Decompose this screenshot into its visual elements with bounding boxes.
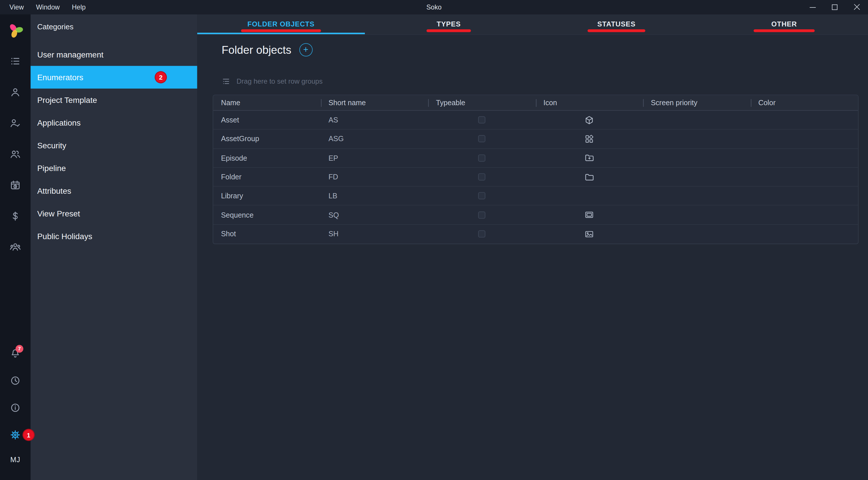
notifications-button[interactable]: 7 bbox=[0, 340, 30, 367]
list-icon bbox=[9, 55, 21, 67]
cell-short-name: ASG bbox=[320, 130, 428, 148]
folder-icon bbox=[584, 172, 594, 182]
tab-other[interactable]: OTHER bbox=[701, 14, 868, 34]
rail-item-lists[interactable] bbox=[0, 45, 30, 76]
row-group-hint: Drag here to set row groups bbox=[237, 77, 322, 85]
annotation-underline bbox=[241, 29, 321, 32]
typeable-checkbox[interactable] bbox=[478, 117, 486, 124]
sidebar-item-public-holidays[interactable]: Public Holidays bbox=[30, 225, 197, 248]
sidebar-item-label: Pipeline bbox=[37, 164, 66, 172]
sidebar-item-label: View Preset bbox=[37, 209, 80, 218]
typeable-checkbox[interactable] bbox=[478, 135, 486, 142]
tab-label: OTHER bbox=[771, 21, 797, 28]
cell-color bbox=[750, 111, 858, 129]
table-row[interactable]: Asset AS bbox=[213, 111, 858, 130]
cell-screen-priority bbox=[643, 149, 751, 167]
column-header-color[interactable]: Color bbox=[750, 95, 858, 110]
sidebar-item-view-preset[interactable]: View Preset bbox=[30, 202, 197, 225]
minimize-icon bbox=[809, 7, 815, 7]
typeable-checkbox[interactable] bbox=[478, 211, 486, 219]
settings-badge: 1 bbox=[23, 430, 34, 440]
menu-view[interactable]: View bbox=[3, 0, 30, 14]
sidebar-item-applications[interactable]: Applications bbox=[30, 111, 197, 134]
menubar: View Window Help bbox=[0, 0, 92, 14]
cell-name: Asset bbox=[213, 111, 321, 129]
menu-window[interactable]: Window bbox=[30, 0, 66, 14]
rail-item-user-approve[interactable] bbox=[0, 107, 30, 138]
typeable-checkbox[interactable] bbox=[478, 154, 486, 162]
folder-objects-table: Name Short name Typeable Icon Screen pri… bbox=[213, 95, 859, 244]
column-header-screen-priority[interactable]: Screen priority bbox=[643, 95, 751, 110]
add-folder-object-button[interactable]: + bbox=[299, 43, 312, 56]
sidebar-item-project-template[interactable]: Project Template bbox=[30, 89, 197, 111]
annotation-underline bbox=[426, 29, 471, 32]
cell-name: Folder bbox=[213, 167, 321, 186]
frame-icon bbox=[584, 210, 594, 220]
tab-folder-objects[interactable]: FOLDER OBJECTS bbox=[197, 14, 365, 34]
cell-short-name: SH bbox=[320, 225, 428, 244]
maximize-button[interactable] bbox=[824, 0, 845, 14]
sidebar-item-attributes[interactable]: Attributes bbox=[30, 179, 197, 202]
sidebar-item-label: User management bbox=[37, 50, 103, 59]
cell-short-name: AS bbox=[320, 111, 428, 129]
history-button[interactable] bbox=[0, 367, 30, 394]
cell-color bbox=[750, 167, 858, 186]
row-group-dropzone[interactable]: Drag here to set row groups bbox=[222, 74, 322, 89]
maximize-icon bbox=[832, 4, 837, 10]
sidebar-item-label: Applications bbox=[37, 118, 81, 127]
clock-icon bbox=[9, 375, 21, 386]
grid-icon bbox=[584, 134, 594, 144]
cell-screen-priority bbox=[643, 225, 751, 244]
cell-screen-priority bbox=[643, 111, 751, 129]
avatar[interactable]: MJ bbox=[0, 448, 30, 471]
sidebar-item-enumerators[interactable]: Enumerators 2 bbox=[30, 66, 197, 89]
column-header-name[interactable]: Name bbox=[213, 95, 321, 110]
sidebar-item-user-management[interactable]: User management bbox=[30, 43, 197, 66]
cell-screen-priority bbox=[643, 206, 751, 224]
column-header-icon[interactable]: Icon bbox=[536, 95, 643, 110]
window-controls bbox=[801, 0, 868, 14]
column-header-short-name[interactable]: Short name bbox=[320, 95, 428, 110]
cell-name: Episode bbox=[213, 149, 321, 167]
table-row[interactable]: Shot SH bbox=[213, 225, 858, 244]
person-check-icon bbox=[9, 117, 21, 128]
cell-name: Shot bbox=[213, 225, 321, 244]
rail-item-users[interactable] bbox=[0, 138, 30, 169]
close-button[interactable] bbox=[846, 0, 868, 14]
sidebar-item-security[interactable]: Security bbox=[30, 134, 197, 157]
table-row[interactable]: Folder FD bbox=[213, 167, 858, 187]
menu-help[interactable]: Help bbox=[66, 0, 92, 14]
sidebar-item-label: Security bbox=[37, 141, 66, 150]
settings-button[interactable]: 1 bbox=[0, 421, 30, 448]
about-button[interactable] bbox=[0, 394, 30, 421]
cell-color bbox=[750, 206, 858, 224]
titlebar: View Window Help Soko bbox=[0, 0, 868, 14]
rail-item-user[interactable] bbox=[0, 76, 30, 107]
table-row[interactable]: Library LB bbox=[213, 187, 858, 205]
rail-item-finance[interactable] bbox=[0, 200, 30, 231]
folder-plus-icon bbox=[584, 153, 594, 163]
rail-item-teams[interactable] bbox=[0, 231, 30, 262]
cell-short-name: EP bbox=[320, 149, 428, 167]
tab-label: FOLDER OBJECTS bbox=[248, 21, 315, 28]
table-row[interactable]: Sequence SQ bbox=[213, 206, 858, 225]
enumerators-badge: 2 bbox=[156, 72, 166, 83]
categories-panel: Categories User management Enumerators 2… bbox=[30, 14, 197, 480]
minimize-button[interactable] bbox=[801, 0, 824, 14]
dollar-icon bbox=[9, 210, 21, 222]
tab-statuses[interactable]: STATUSES bbox=[532, 14, 700, 34]
tab-label: STATUSES bbox=[597, 21, 636, 28]
rail-item-schedule[interactable] bbox=[0, 169, 30, 200]
typeable-checkbox[interactable] bbox=[478, 192, 486, 199]
table-row[interactable]: AssetGroup ASG bbox=[213, 130, 858, 149]
sidebar-item-pipeline[interactable]: Pipeline bbox=[30, 157, 197, 179]
typeable-checkbox[interactable] bbox=[478, 230, 486, 238]
person-icon bbox=[9, 86, 21, 98]
typeable-checkbox[interactable] bbox=[478, 173, 486, 181]
team-icon bbox=[9, 241, 21, 253]
table-row[interactable]: Episode EP bbox=[213, 149, 858, 167]
table-header: Name Short name Typeable Icon Screen pri… bbox=[213, 95, 858, 111]
cell-screen-priority bbox=[643, 187, 751, 205]
tab-types[interactable]: TYPES bbox=[365, 14, 532, 34]
column-header-typeable[interactable]: Typeable bbox=[428, 95, 536, 110]
